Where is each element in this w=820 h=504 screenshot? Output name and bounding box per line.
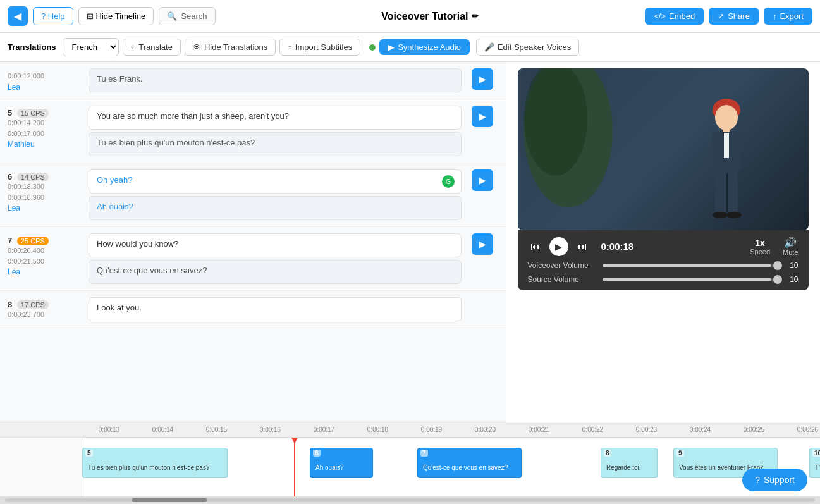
item-speaker: Lea [8,83,83,92]
fast-forward-button[interactable]: ⏭ [575,240,590,254]
original-text[interactable]: How would you know? [89,233,462,257]
item-texts: Tu es Frank. [89,68,462,92]
play-pause-button[interactable]: ▶ [549,237,568,256]
item-time-end: 0:00:21.500 [8,256,83,267]
timeline-scroll-track[interactable] [5,498,815,502]
volume-icon[interactable]: 🔊 [784,237,797,249]
timeline-content[interactable]: 5 Tu es bien plus qu'un mouton n'est-ce … [82,438,820,496]
media-controls: ⏮ ▶ ⏭ 0:00:18 1x Speed 🔊 Mute Voiceo [518,230,809,290]
item-meta: 7 25 CPS 0:00:20.400 0:00:21.500 Lea [8,233,83,276]
time-display: 0:00:18 [601,241,634,252]
edit-speaker-button[interactable]: 🎤 Edit Speaker Voices [476,39,579,56]
ruler-mark: 0:00:14 [136,426,190,433]
play-button[interactable]: ▶ [472,106,493,127]
export-button[interactable]: ↑ Export [764,8,812,25]
character-figure [695,91,758,230]
hide-translations-button[interactable]: 👁 Hide Translations [185,39,276,56]
svg-rect-7 [724,133,729,158]
item-time-start: 0:00:20.400 [8,245,83,256]
item-meta: 8 17 CPS 0:00:23.700 [8,297,83,320]
translation-text[interactable]: Qu'est-ce que vous en savez? [89,260,462,284]
source-volume-label: Source Volume [528,275,597,284]
original-text[interactable]: Look at you. [89,297,462,321]
item-texts: You are so much more than just a sheep, … [89,106,462,156]
main-layout: 0:00:12.000 Lea Tu es Frank. ▶ 5 15 CPS … [0,62,820,422]
support-icon: ? [755,475,760,485]
original-text[interactable]: Oh yeah? G [89,169,462,194]
item-time-end: 0:00:17.000 [8,128,83,139]
item-meta: 6 14 CPS 0:00:18.300 0:00:18.960 Lea [8,169,83,212]
timeline-clip-8[interactable]: 8 Regarde toi. [601,448,658,478]
list-item: 6 14 CPS 0:00:18.300 0:00:18.960 Lea Oh … [0,163,506,227]
translation-text[interactable]: Ah ouais? [89,196,462,220]
ruler-mark: 0:00:23 [620,426,673,433]
timeline-scrollbar[interactable] [0,496,820,504]
item-speaker: Lea [8,204,83,212]
playback-controls-row: ⏮ ▶ ⏭ 0:00:18 1x Speed 🔊 Mute [528,237,799,256]
top-bar: ◀ ? Help ⊞ Hide Timeline 🔍 Search Voiceo… [0,0,820,33]
ruler-mark: 0:00:19 [405,426,458,433]
source-volume-slider[interactable] [603,278,781,281]
speed-value[interactable]: 1x [755,238,765,248]
svg-point-1 [715,105,738,130]
hide-timeline-button[interactable]: ⊞ Hide Timeline [78,7,154,25]
ruler-mark: 0:00:17 [297,426,351,433]
plus-icon: + [131,42,136,52]
original-text[interactable]: You are so much more than just a sheep, … [89,106,462,130]
ruler-mark: 0:00:26 [781,426,820,433]
search-icon: 🔍 [167,11,177,21]
rewind-button[interactable]: ⏮ [528,240,543,254]
item-texts: Look at you. [89,297,462,321]
list-item: 7 25 CPS 0:00:20.400 0:00:21.500 Lea How… [0,227,506,291]
play-col: ▶ [467,68,498,90]
clip-number: 9 [676,450,684,457]
embed-button[interactable]: </> Embed [645,8,704,25]
page-title: Voiceover Tutorial [381,11,468,22]
clip-number: 8 [604,450,611,457]
svg-point-10 [713,212,728,218]
timeline-clip-7[interactable]: 7 Qu'est-ce que vous en savez? [417,448,522,478]
ruler-mark: 0:00:16 [243,426,297,433]
voiceover-volume-label: Voiceover Volume [528,261,597,270]
support-button[interactable]: ? Support [742,469,807,491]
play-button[interactable]: ▶ [472,233,493,255]
clip-number: 7 [420,450,428,457]
list-item: 0:00:12.000 Lea Tu es Frank. ▶ [0,62,506,99]
timeline-clip-5[interactable]: 5 Tu es bien plus qu'un mouton n'est-ce … [82,448,228,478]
back-button[interactable]: ◀ [8,6,28,26]
playhead[interactable] [294,438,295,496]
voiceover-volume-slider[interactable] [603,264,781,267]
item-speaker: Mathieu [8,140,83,149]
share-button[interactable]: ↗ Share [709,8,759,25]
status-indicator [369,44,376,51]
edit-title-icon[interactable]: ✏ [472,11,479,21]
play-button[interactable]: ▶ [472,68,493,90]
timeline-clip-6[interactable]: 6 Ah ouais? [310,448,373,478]
item-cps: 14 CPS [17,173,49,181]
item-time-start: 0:00:23.700 [8,309,83,320]
source-volume-value: 10 [786,275,799,284]
language-select[interactable]: French Spanish German [63,38,119,56]
ruler-mark: 0:00:21 [512,426,566,433]
mic-icon: 🎤 [484,42,494,52]
timeline-scroll-thumb[interactable] [132,498,207,502]
play-button[interactable]: ▶ [472,169,493,191]
timeline-tracks: 5 Tu es bien plus qu'un mouton n'est-ce … [0,438,820,496]
translation-text[interactable]: Tu es bien plus qu'un mouton n'est-ce pa… [89,132,462,156]
synthesize-button[interactable]: ▶ Synthesize Audio [379,39,470,55]
grammarly-icon: G [442,175,455,188]
clip-text: Ah ouais? [315,464,343,471]
list-item: 8 17 CPS 0:00:23.700 Look at you. [0,291,506,328]
voiceover-volume-row: Voiceover Volume 10 [528,261,799,270]
ruler-mark: 0:00:22 [566,426,620,433]
help-button[interactable]: ? Help [33,7,73,25]
list-item: 5 15 CPS 0:00:14.200 0:00:17.000 Mathieu… [0,99,506,163]
synthesize-icon: ▶ [388,42,395,52]
timeline-clip-10[interactable]: 10 T'... [809,448,820,478]
translate-button[interactable]: + Translate [123,39,181,56]
item-time-start: 0:00:18.300 [8,181,83,192]
search-box[interactable]: 🔍 Search [159,7,215,25]
translation-text[interactable]: Tu es Frank. [89,68,462,92]
import-subtitles-button[interactable]: ↑ Import Subtitles [279,39,360,56]
item-number: 7 [8,236,12,245]
